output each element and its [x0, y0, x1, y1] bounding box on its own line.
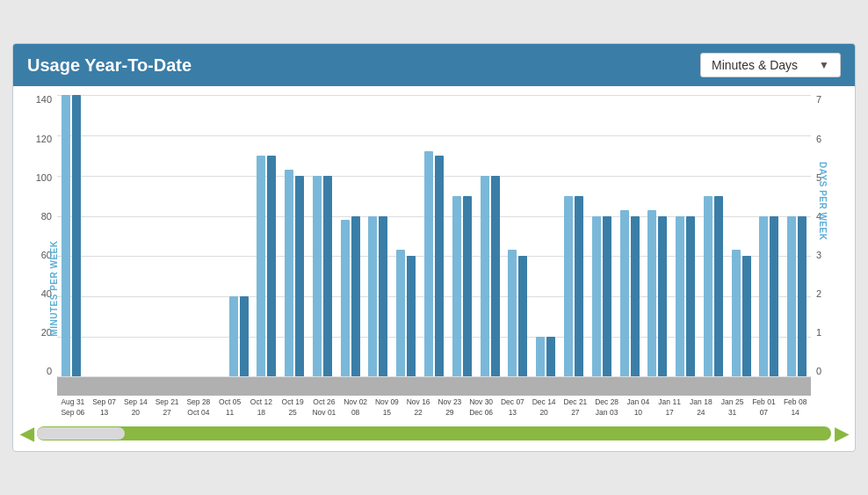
x-label: Dec 2127 — [560, 397, 591, 417]
bar-minutes — [536, 337, 545, 377]
y-tick: 140 — [36, 95, 52, 105]
bar-group — [643, 95, 671, 376]
bar-minutes — [704, 196, 712, 377]
bar-days — [435, 156, 444, 376]
chart-header: Usage Year-To-Date Minutes & Days ▼ — [13, 44, 855, 86]
bar-days — [686, 216, 695, 377]
x-label: Dec 1420 — [528, 397, 560, 417]
bar-group — [336, 95, 365, 376]
x-label: Nov 2329 — [434, 397, 466, 417]
y-axis-right: DAYS PER WEEK 7 6 5 4 3 2 1 0 — [811, 95, 846, 376]
bar-minutes — [368, 216, 377, 377]
bar-group — [504, 95, 532, 376]
bar-days — [631, 216, 640, 377]
bar-days — [714, 196, 723, 377]
bar-days — [323, 176, 332, 377]
bar-group — [365, 95, 393, 376]
bar-group — [169, 95, 197, 376]
bar-minutes — [341, 220, 350, 376]
bar-days — [463, 196, 472, 377]
bar-group — [476, 95, 504, 376]
x-label: Nov 0915 — [372, 397, 403, 417]
x-label: Oct 0511 — [214, 397, 246, 417]
y-tick: 6 — [816, 135, 821, 144]
bar-minutes — [787, 216, 796, 377]
x-label: Feb 0814 — [779, 397, 811, 417]
bar-minutes — [732, 250, 741, 376]
bar-days — [491, 176, 500, 377]
scroll-left-arrow[interactable]: ◀ — [20, 423, 33, 444]
x-label: Dec 28Jan 03 — [591, 397, 623, 417]
bar-days — [267, 156, 276, 376]
bar-days — [72, 95, 81, 376]
bar-days — [351, 216, 360, 377]
bar-minutes — [620, 210, 629, 377]
bar-group — [448, 95, 476, 376]
x-label: Oct 1925 — [277, 397, 308, 417]
bar-group — [252, 95, 280, 376]
bar-group — [141, 95, 169, 376]
bar-minutes — [452, 196, 461, 377]
bar-group — [671, 95, 699, 376]
grid-line — [57, 376, 811, 377]
y-tick: 2 — [816, 289, 821, 299]
scrollbar-row: ◀ ▶ — [13, 418, 855, 451]
x-label: Nov 1622 — [402, 397, 434, 417]
bar-days — [240, 296, 249, 376]
bars-row — [57, 95, 811, 376]
bar-group — [57, 95, 85, 376]
y-axis-left: MINUTES PER WEEK 140 120 100 80 60 40 20… — [22, 95, 57, 376]
bar-group — [783, 95, 811, 376]
chevron-down-icon: ▼ — [819, 59, 829, 71]
scroll-track[interactable] — [37, 426, 831, 440]
x-label: Jan 1824 — [685, 397, 717, 417]
bar-minutes — [508, 250, 517, 376]
scroll-thumb[interactable] — [37, 427, 125, 440]
bar-group — [280, 95, 308, 376]
y-tick: 1 — [816, 328, 821, 338]
x-label: Oct 1218 — [246, 397, 278, 417]
x-label: Sep 28Oct 04 — [183, 397, 214, 417]
view-dropdown[interactable]: Minutes & Days ▼ — [700, 53, 841, 77]
bar-group — [560, 95, 588, 376]
y-tick: 80 — [41, 212, 52, 222]
x-label: Sep 0713 — [89, 397, 120, 417]
bar-group — [616, 95, 644, 376]
bar-days — [295, 176, 304, 377]
bar-minutes — [676, 216, 684, 377]
y-axis-right-label: DAYS PER WEEK — [818, 162, 828, 240]
bar-days — [546, 337, 555, 377]
x-label: Sep 1420 — [120, 397, 152, 417]
bar-group — [756, 95, 784, 376]
x-label: Jan 2531 — [717, 397, 749, 417]
bar-minutes — [285, 170, 293, 376]
bar-minutes — [564, 196, 573, 377]
y-tick: 0 — [47, 367, 52, 376]
bar-minutes — [257, 156, 265, 376]
x-label: Feb 0107 — [749, 397, 780, 417]
bottom-band — [57, 376, 811, 396]
bar-minutes — [61, 95, 70, 376]
x-label: Nov 0208 — [340, 397, 372, 417]
scroll-right-arrow[interactable]: ▶ — [835, 423, 848, 444]
chart-title: Usage Year-To-Date — [27, 55, 192, 76]
bar-group — [727, 95, 756, 376]
bar-minutes — [647, 210, 656, 377]
chart-body: MINUTES PER WEEK 140 120 100 80 60 40 20… — [13, 86, 855, 417]
bar-days — [379, 216, 387, 377]
bar-group — [197, 95, 225, 376]
bar-group — [392, 95, 420, 376]
bar-group — [588, 95, 616, 376]
bar-group — [420, 95, 448, 376]
bar-minutes — [313, 176, 322, 377]
y-tick: 120 — [36, 135, 52, 144]
bar-days — [742, 256, 751, 376]
bar-group — [699, 95, 727, 376]
bar-minutes — [481, 176, 489, 377]
x-label: Jan 0410 — [623, 397, 655, 417]
y-tick: 100 — [36, 173, 52, 183]
x-label: Oct 26Nov 01 — [308, 397, 340, 417]
bar-minutes — [592, 216, 601, 377]
bar-group — [308, 95, 336, 376]
dropdown-label: Minutes & Days — [712, 58, 798, 72]
